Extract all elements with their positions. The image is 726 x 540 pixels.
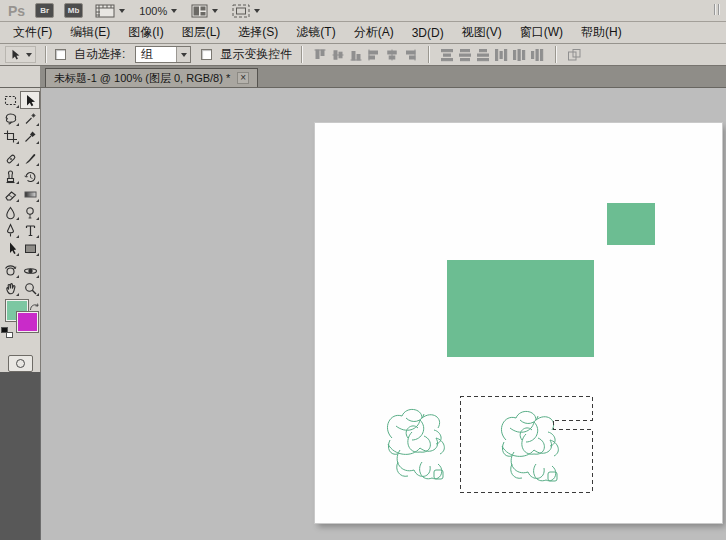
hand-tool[interactable] <box>0 279 20 297</box>
clone-stamp-tool[interactable] <box>0 167 20 185</box>
chevron-down-icon <box>171 9 177 13</box>
flyout-triangle-icon <box>36 253 39 256</box>
align-vcenter-button[interactable] <box>329 46 347 64</box>
dropdown-button[interactable] <box>176 47 190 62</box>
menu-item-view[interactable]: 视图(V) <box>453 22 511 43</box>
spot-healing-brush-tool[interactable] <box>0 149 20 167</box>
auto-align-icon <box>567 48 581 62</box>
quick-mask-mode-button[interactable] <box>8 355 33 372</box>
3d-rotate-tool[interactable] <box>0 261 20 279</box>
dist-vcenter-button[interactable] <box>456 46 474 64</box>
launch-bridge-button[interactable]: Br <box>35 3 54 18</box>
tool-preset-picker[interactable] <box>5 46 36 63</box>
photoshop-logo: Ps <box>8 3 25 19</box>
eyedropper-tool[interactable] <box>20 127 40 145</box>
align-bottom-icon <box>349 48 363 62</box>
auto-select-dropdown[interactable]: 组 <box>135 46 191 63</box>
blur-tool[interactable] <box>0 203 20 221</box>
app-frame-strip <box>0 372 41 540</box>
tab-close-icon[interactable]: × <box>237 72 249 84</box>
arrange-documents-icon <box>191 4 208 18</box>
dist-right-button[interactable] <box>528 46 546 64</box>
background-color-swatch[interactable] <box>17 312 38 332</box>
menu-item-image[interactable]: 图像(I) <box>119 22 172 43</box>
canvas-pasteboard[interactable] <box>41 88 726 540</box>
align-right-button[interactable] <box>401 46 419 64</box>
screen-mode-button[interactable] <box>230 3 262 19</box>
align-top-button[interactable] <box>311 46 329 64</box>
dist-top-button[interactable] <box>438 46 456 64</box>
default-colors-icon[interactable] <box>1 327 13 338</box>
menu-item-file[interactable]: 文件(F) <box>4 22 61 43</box>
document-tab-bar: 未标题-1 @ 100% (图层 0, RGB/8) * × <box>0 66 726 88</box>
document-canvas[interactable] <box>315 123 722 523</box>
pen-tool[interactable] <box>0 221 20 239</box>
flyout-triangle-icon <box>16 235 19 238</box>
menu-item-edit[interactable]: 编辑(E) <box>61 22 119 43</box>
dist-left-icon <box>494 48 508 62</box>
flyout-triangle-icon <box>36 181 39 184</box>
menu-item-analysis[interactable]: 分析(A) <box>345 22 403 43</box>
align-left-button[interactable] <box>365 46 383 64</box>
tool-options-bar: 自动选择: 组 显示变换控件 <box>0 44 726 66</box>
move-tool-icon <box>23 93 38 108</box>
flyout-triangle-icon <box>36 293 39 296</box>
options-separator <box>301 46 302 63</box>
photoshop-window: Ps Br Mb 100% 文件(F)编辑(E)图像(I)图层(L)选择(S)滤… <box>0 0 726 540</box>
flyout-triangle-icon <box>16 293 19 296</box>
show-transform-checkbox[interactable] <box>201 49 212 60</box>
dist-hcenter-icon <box>512 48 526 62</box>
menu-item-help[interactable]: 帮助(H) <box>572 22 631 43</box>
view-extras-button[interactable] <box>93 3 127 19</box>
move-tool[interactable] <box>20 91 40 109</box>
dock-grip-icon <box>714 4 720 15</box>
chevron-down-icon <box>181 53 187 57</box>
tool-grid <box>0 91 40 297</box>
selection-marquee[interactable] <box>459 395 593 493</box>
arrange-documents-button[interactable] <box>189 3 220 19</box>
type-tool[interactable] <box>20 221 40 239</box>
zoom-tool[interactable] <box>20 279 40 297</box>
history-brush-tool[interactable] <box>20 167 40 185</box>
distribute-buttons-group <box>438 46 546 64</box>
flyout-triangle-icon <box>16 163 19 166</box>
options-separator <box>555 46 556 63</box>
brush-tool[interactable] <box>20 149 40 167</box>
eraser-tool[interactable] <box>0 185 20 203</box>
document-tab[interactable]: 未标题-1 @ 100% (图层 0, RGB/8) * × <box>45 68 258 87</box>
dodge-tool[interactable] <box>20 203 40 221</box>
zoom-level-dropdown[interactable]: 100% <box>137 4 179 18</box>
menu-item-select[interactable]: 选择(S) <box>229 22 287 43</box>
auto-align-button[interactable] <box>565 46 583 64</box>
auto-select-value: 组 <box>141 46 153 63</box>
move-tool-preset-icon <box>9 48 22 61</box>
lasso-tool[interactable] <box>0 109 20 127</box>
align-bottom-button[interactable] <box>347 46 365 64</box>
flyout-triangle-icon <box>16 141 19 144</box>
auto-select-checkbox[interactable] <box>55 49 66 60</box>
menu-item-window[interactable]: 窗口(W) <box>511 22 572 43</box>
crop-tool[interactable] <box>0 127 20 145</box>
flyout-triangle-icon <box>36 163 39 166</box>
rectangle-shape-tool[interactable] <box>20 239 40 257</box>
dist-top-icon <box>440 48 454 62</box>
dist-hcenter-button[interactable] <box>510 46 528 64</box>
rectangular-marquee-tool[interactable] <box>0 91 20 109</box>
path-selection-tool[interactable] <box>0 239 20 257</box>
align-hcenter-button[interactable] <box>383 46 401 64</box>
menu-item-3d[interactable]: 3D(D) <box>403 24 453 42</box>
flyout-triangle-icon <box>16 199 19 202</box>
quick-selection-tool[interactable] <box>20 109 40 127</box>
dist-left-button[interactable] <box>492 46 510 64</box>
gradient-tool[interactable] <box>20 185 40 203</box>
menu-item-filter[interactable]: 滤镜(T) <box>287 22 344 43</box>
launch-mobile-button[interactable]: Mb <box>64 3 83 18</box>
dist-bottom-button[interactable] <box>474 46 492 64</box>
3d-orbit-tool[interactable] <box>20 261 40 279</box>
menu-item-layer[interactable]: 图层(L) <box>173 22 230 43</box>
flyout-triangle-icon <box>36 141 39 144</box>
align-vcenter-icon <box>331 48 345 62</box>
flyout-triangle-icon <box>16 181 19 184</box>
tab-bar-corner <box>0 66 41 87</box>
green-rectangle-large <box>447 260 594 357</box>
